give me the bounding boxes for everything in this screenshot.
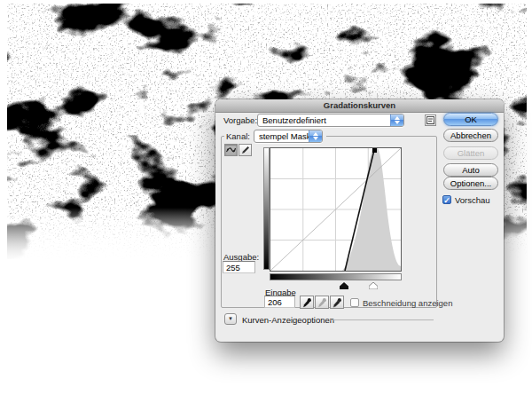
preview-label: Vorschau — [455, 195, 490, 205]
auto-button[interactable]: Auto — [443, 163, 498, 177]
preset-label: Vorgabe: — [223, 115, 257, 125]
preset-menu-icon — [426, 116, 434, 124]
white-eyedropper-icon — [332, 297, 342, 308]
dialog-titlebar[interactable]: Gradationskurven — [215, 99, 504, 113]
curve-plot — [270, 148, 401, 271]
pencil-tool-button[interactable] — [239, 144, 252, 156]
highlight-input-slider[interactable] — [369, 281, 378, 288]
input-value-field[interactable] — [264, 296, 295, 308]
curve-options-label: Kurven-Anzeigeoptionen — [242, 315, 334, 325]
curves-dialog: Gradationskurven Vorgabe: Benutzerdefini… — [215, 99, 504, 342]
channel-label: Kanal: — [226, 131, 250, 141]
preset-dropdown[interactable]: Benutzerdefiniert — [257, 114, 404, 127]
channel-value: stempel Maske — [259, 130, 316, 142]
input-gradient-ramp — [270, 273, 402, 280]
selected-curve-point[interactable] — [372, 148, 377, 153]
shadow-input-slider[interactable] — [340, 281, 348, 288]
preset-options-button[interactable] — [425, 114, 436, 126]
channel-dropdown[interactable]: stempel Maske — [254, 130, 323, 143]
clipping-checkbox[interactable] — [350, 298, 359, 307]
smooth-button: Glätten — [443, 146, 498, 160]
channel-legend: Kanal: stempel Maske — [224, 130, 326, 143]
clipping-label: Beschneidung anzeigen — [363, 298, 452, 308]
dropdown-stepper-icon — [309, 130, 322, 142]
output-value-field[interactable] — [223, 261, 255, 273]
black-point-eyedropper-button[interactable] — [300, 296, 314, 309]
output-gradient-ramp — [263, 147, 270, 270]
pencil-icon — [241, 146, 250, 154]
preset-value: Benutzerdefiniert — [262, 114, 326, 126]
cancel-button[interactable]: Abbrechen — [443, 129, 498, 142]
checkmark-icon: ✓ — [443, 196, 450, 205]
black-eyedropper-icon — [301, 297, 312, 308]
curve-grid[interactable] — [270, 147, 402, 272]
curve-tool-button[interactable] — [224, 144, 238, 156]
dropdown-stepper-icon — [390, 114, 403, 126]
disclosure-triangle-icon: ▼ — [228, 316, 233, 321]
gray-eyedropper-icon — [317, 297, 327, 308]
preview-checkbox[interactable]: ✓ — [442, 195, 451, 204]
ok-button[interactable]: OK — [443, 113, 498, 126]
gray-point-eyedropper-button — [315, 296, 329, 309]
options-button[interactable]: Optionen... — [443, 177, 498, 190]
dialog-title: Gradationskurven — [324, 100, 395, 110]
separator-line — [329, 319, 434, 320]
curve-options-disclosure-button[interactable]: ▼ — [224, 313, 237, 325]
curve-tool-icon — [226, 146, 236, 154]
white-point-eyedropper-button[interactable] — [330, 296, 344, 309]
